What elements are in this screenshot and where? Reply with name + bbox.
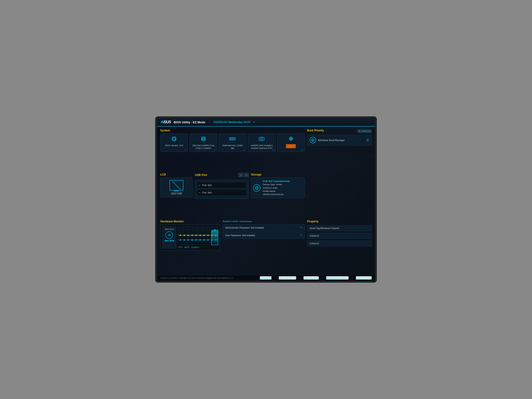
cpu-voltage-badge: 1118mV — [191, 246, 199, 248]
bios-version-card[interactable]: BIOS Version: 313 ↙ — [160, 133, 188, 152]
property-row-1: Asset Tag:Mohamed Yassine — [307, 225, 372, 231]
lcd-resolution: 1920*1080 — [171, 192, 182, 195]
storage-size: SSD(512.1GB) — [263, 186, 290, 190]
storage-label: Storage — [251, 173, 305, 176]
chart-dot — [203, 239, 205, 241]
usb-icon-2: ⌁ — [199, 191, 200, 194]
switch-all-button[interactable]: ⇅ Switch all — [357, 129, 372, 133]
chart-dot — [195, 239, 197, 241]
header-datetime: 2023/01/04 Wednesday 04:05 — [213, 120, 250, 124]
middle-section: LCD 1920*1080 USB Port < > — [160, 173, 305, 217]
hw-monitor: CPU FAN 2807 RPM — [160, 224, 220, 251]
property-text-3: Column2: — [310, 242, 369, 245]
chip-icon — [171, 136, 177, 143]
boot-item-windows[interactable]: Windows Boot Manager ☰ — [307, 135, 372, 146]
usb-section: USB Port < > ⌁ Port: N/A ⌁ Po — [195, 173, 249, 217]
card-expand-arrow: ↙ — [185, 149, 187, 151]
user-password-edit-icon[interactable]: ✎ — [300, 234, 302, 237]
asus-logo: A/SUS — [161, 120, 171, 124]
usb-nav: < > — [239, 173, 249, 177]
storage-model: HFM512GD3JX013N — [263, 193, 290, 196]
cpu-fan-box: CPU FAN 2807 RPM — [162, 227, 176, 248]
bios-screen: A/SUS BIOS Utility - EZ Mode | 2023/01/0… — [157, 118, 375, 281]
user-password-row[interactable]: User Password -Not Installed ✎ — [223, 232, 305, 239]
memory-text: Total Memory: 16384 MB — [221, 144, 244, 150]
svg-rect-18 — [230, 138, 231, 140]
boot-priority-header: Boot Priority ⇅ Switch all — [307, 129, 372, 133]
chart-dot — [191, 234, 193, 236]
usb-prev-button[interactable]: < — [239, 173, 243, 177]
access-level-value: Administrator — [239, 220, 252, 223]
storage-disk-icon — [253, 184, 260, 192]
ram-icon — [229, 136, 236, 143]
usb-next-button[interactable]: > — [244, 173, 249, 177]
boot-item-name: Windows Boot Manager — [318, 139, 364, 142]
admin-password-edit-icon[interactable]: ✎ — [300, 226, 302, 229]
svg-rect-1 — [173, 138, 175, 140]
gpu-text: Intel(R) UHD Graphics NVIDIA GeForce RTX — [250, 144, 273, 150]
admin-password-row[interactable]: Administrator Password -Not Installed ✎ — [223, 224, 305, 231]
serial-card[interactable]: ●●●●● ↙ — [277, 133, 305, 152]
usb-port-2: ⌁ Port: N/A — [197, 189, 247, 196]
property-text-1: Asset Tag:Mohamed Yassine — [310, 227, 369, 229]
user-password-text: User Password -Not Installed — [225, 234, 255, 237]
chart-dot — [200, 234, 201, 236]
lcd-box: 1920*1080 — [160, 177, 193, 197]
svg-point-23 — [261, 138, 263, 140]
bios-title: BIOS Utility - EZ Mode — [174, 120, 205, 124]
gpu-card[interactable]: Intel(R) UHD Graphics NVIDIA GeForce RTX… — [248, 133, 275, 152]
system-section: System — [160, 129, 305, 171]
chart-stats: CPU 39℃ 1118mV — [178, 246, 218, 248]
chart-dot — [203, 234, 205, 236]
fan-circle — [165, 231, 173, 239]
edit-datetime-icon[interactable]: ✎ — [253, 120, 255, 124]
card-expand-arrow: ↙ — [243, 149, 245, 151]
bottom-section: Hardware Monitor CPU FAN 2807 RPM — [160, 220, 305, 269]
hw-monitor-inner: CPU FAN 2807 RPM — [162, 227, 218, 248]
svg-rect-20 — [233, 138, 234, 140]
usb-port-1: ⌁ Port: N/A — [197, 182, 247, 188]
cpu-icon: CPU — [200, 136, 207, 143]
cpu-temp-badge: 39℃ — [184, 246, 189, 248]
admin-password-text: Administrator Password -Not Installed — [225, 227, 264, 229]
card-expand-arrow: ↙ — [272, 149, 274, 151]
svg-text:CPU: CPU — [202, 138, 205, 140]
storage-title: PCIE RST Controlled Disk — [263, 180, 290, 183]
usb-port-1-text: Port: N/A — [202, 184, 212, 187]
chart-dot — [180, 234, 181, 236]
gear-icon — [288, 136, 294, 143]
default-f9-button[interactable]: Default(F9) — [260, 276, 272, 280]
property-row-2: Column1: — [307, 233, 372, 239]
boot-priority-label: Boot Priority — [307, 129, 324, 132]
card-expand-arrow: ↙ — [214, 149, 216, 151]
footer-divider: | — [299, 277, 300, 279]
memory-card[interactable]: Total Memory: 16384 MB ↙ — [219, 133, 246, 152]
cpu-card[interactable]: CPU 12th Gen Intel(R) Core (TM) i7-12650… — [189, 133, 217, 152]
system-label: System — [160, 129, 305, 132]
header-divider: | — [209, 121, 210, 124]
footer-divider: | — [352, 277, 353, 279]
chart-dot — [195, 234, 197, 236]
usb-ports-container: ⌁ Port: N/A ⌁ Port: N/A — [195, 180, 249, 199]
access-header-text: Access — [223, 220, 231, 223]
search-faq-button[interactable]: Search on FAQ — [356, 276, 372, 280]
chart-dot — [188, 239, 189, 241]
property-text-2: Column1: — [310, 234, 369, 237]
advanced-mode-f7-button[interactable]: ⊟Advanced Mode(F7) — [326, 276, 349, 280]
boot-menu-f8-button[interactable]: Boot Menu(F8) — [304, 276, 319, 280]
chart-dot — [180, 239, 181, 241]
access-section: Access Level: Administrator Administrato… — [223, 220, 305, 269]
boot-disk-icon — [310, 137, 316, 143]
access-level-label: Level: — [232, 220, 238, 223]
hw-monitor-wrapper: Hardware Monitor CPU FAN 2807 RPM — [160, 220, 220, 269]
battery-tip — [214, 229, 216, 230]
chart-dot — [200, 239, 201, 241]
storage-info: PCIE RST Controlled Disk Device Type: NV… — [263, 180, 290, 196]
boot-menu-icon: ☰ — [366, 138, 369, 142]
gpu-icon — [258, 136, 265, 143]
bios-version-text: BIOS Version: 313 — [165, 144, 183, 147]
save-exit-f10-button[interactable]: Save & Exit(F10) — [279, 276, 296, 280]
chart-dot — [184, 239, 185, 241]
access-header: Access Level: Administrator — [223, 220, 305, 223]
fan-inner-circle — [168, 234, 171, 236]
